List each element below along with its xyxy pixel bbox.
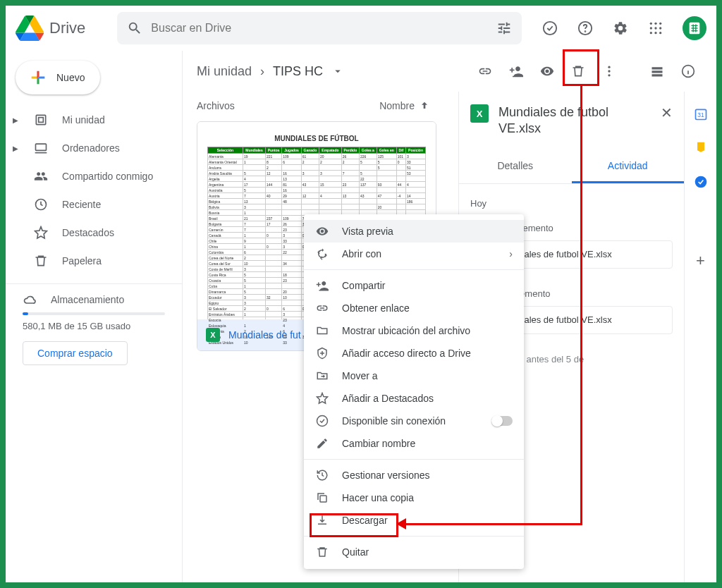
help-icon[interactable] bbox=[571, 14, 599, 42]
copy-icon bbox=[315, 491, 329, 504]
offline-toggle[interactable] bbox=[491, 416, 513, 426]
chevron-right-icon: ▶ bbox=[13, 116, 20, 124]
chevron-down-icon[interactable] bbox=[331, 65, 344, 78]
add-panel-icon[interactable]: + bbox=[692, 252, 709, 269]
svg-point-2 bbox=[585, 31, 586, 32]
header: Drive bbox=[6, 6, 716, 51]
ctx-move-to[interactable]: Mover a bbox=[304, 365, 524, 387]
buy-storage-button[interactable]: Comprar espacio bbox=[23, 341, 128, 365]
nav-shared[interactable]: Compartido conmigo bbox=[6, 162, 182, 190]
sort-control[interactable]: Nombre bbox=[379, 100, 430, 111]
svg-rect-18 bbox=[36, 115, 45, 124]
move-icon bbox=[315, 369, 329, 382]
calendar-icon[interactable]: 31 bbox=[692, 106, 709, 123]
new-button[interactable]: Nuevo bbox=[16, 61, 100, 94]
details-title: Mundiales de futbol VE.xlsx bbox=[498, 104, 651, 137]
close-details-button[interactable]: ✕ bbox=[661, 104, 673, 121]
breadcrumb-root[interactable]: Mi unidad bbox=[197, 64, 252, 79]
svg-point-24 bbox=[608, 74, 610, 76]
ctx-preview[interactable]: Vista previa bbox=[304, 220, 524, 243]
history-icon bbox=[315, 469, 329, 482]
share-button[interactable] bbox=[502, 57, 530, 85]
view-toggle-button[interactable] bbox=[643, 57, 671, 85]
preview-button[interactable] bbox=[533, 57, 561, 85]
people-icon bbox=[34, 169, 48, 183]
ctx-get-link[interactable]: Obtener enlace bbox=[304, 297, 524, 319]
search-icon bbox=[127, 20, 142, 36]
plus-icon bbox=[28, 68, 48, 87]
ctx-share[interactable]: Compartir bbox=[304, 274, 524, 297]
nav-recent[interactable]: Reciente bbox=[6, 190, 182, 219]
keep-icon[interactable] bbox=[692, 140, 709, 157]
ctx-offline[interactable]: Disponible sin conexión bbox=[304, 410, 524, 432]
ctx-show-location[interactable]: Mostrar ubicación del archivo bbox=[304, 319, 524, 342]
ctx-manage-versions[interactable]: Gestionar versiones bbox=[304, 464, 524, 486]
ctx-open-with[interactable]: Abrir con› bbox=[304, 243, 524, 265]
apps-icon[interactable] bbox=[642, 14, 670, 42]
breadcrumb-folder[interactable]: TIPS HC bbox=[273, 64, 323, 79]
svg-point-29 bbox=[317, 416, 328, 427]
get-link-button[interactable] bbox=[471, 57, 499, 85]
svg-point-7 bbox=[654, 27, 656, 29]
header-actions bbox=[536, 14, 706, 42]
svg-point-3 bbox=[650, 23, 652, 25]
ctx-remove[interactable]: Quitar bbox=[304, 541, 524, 563]
ctx-add-starred[interactable]: Añadir a Destacados bbox=[304, 387, 524, 410]
clock-icon bbox=[34, 197, 48, 212]
svg-point-11 bbox=[659, 32, 661, 34]
search-input[interactable] bbox=[151, 22, 496, 35]
svg-point-22 bbox=[608, 66, 610, 68]
shortcut-icon bbox=[315, 347, 329, 360]
trash-icon bbox=[315, 546, 329, 558]
chevron-right-icon: ▶ bbox=[13, 145, 20, 152]
delete-button[interactable] bbox=[564, 57, 592, 85]
nav-starred[interactable]: Destacados bbox=[6, 219, 182, 247]
drive-item-icon bbox=[34, 113, 48, 127]
storage-usage: 580,1 MB de 15 GB usado bbox=[23, 321, 165, 331]
activity-date: Hoy bbox=[470, 198, 673, 209]
search-options-icon[interactable] bbox=[496, 20, 512, 36]
nav-computers[interactable]: ▶Ordenadores bbox=[6, 134, 182, 162]
tasks-icon[interactable] bbox=[692, 173, 709, 190]
nav-trash[interactable]: Papelera bbox=[6, 247, 182, 275]
share-icon bbox=[315, 279, 329, 292]
tab-activity[interactable]: Actividad bbox=[572, 150, 685, 183]
offline-ready-icon[interactable] bbox=[536, 14, 564, 42]
cloud-icon bbox=[23, 293, 37, 307]
arrow-up-icon bbox=[419, 100, 430, 111]
account-avatar[interactable] bbox=[683, 16, 706, 40]
open-with-icon bbox=[315, 247, 329, 260]
nav-list: ▶Mi unidad ▶Ordenadores Compartido conmi… bbox=[6, 103, 182, 278]
pencil-icon bbox=[315, 437, 329, 450]
storage-bar bbox=[23, 312, 165, 315]
more-actions-button[interactable] bbox=[595, 57, 623, 85]
ctx-add-shortcut[interactable]: Añadir acceso directo a Drive bbox=[304, 342, 524, 365]
svg-point-4 bbox=[654, 23, 656, 25]
xlsx-icon: X bbox=[206, 328, 220, 342]
search-bar[interactable] bbox=[117, 12, 522, 44]
link-icon bbox=[315, 302, 329, 314]
svg-text:31: 31 bbox=[697, 111, 704, 118]
side-panel: 31 + bbox=[684, 92, 716, 582]
app-name: Drive bbox=[49, 19, 85, 37]
star-icon bbox=[315, 392, 329, 405]
ctx-make-copy[interactable]: Hacer una copia bbox=[304, 486, 524, 509]
computer-icon bbox=[34, 141, 48, 155]
settings-icon[interactable] bbox=[606, 14, 635, 42]
toolbar: Mi unidad › TIPS HC bbox=[183, 51, 716, 92]
nav-my-drive[interactable]: ▶Mi unidad bbox=[6, 106, 182, 134]
tab-details[interactable]: Detalles bbox=[459, 150, 572, 183]
svg-point-5 bbox=[659, 23, 661, 25]
breadcrumb: Mi unidad › TIPS HC bbox=[197, 64, 344, 79]
drive-logo-icon bbox=[16, 14, 44, 42]
svg-point-8 bbox=[659, 27, 661, 29]
svg-point-9 bbox=[650, 32, 652, 34]
chevron-right-icon: › bbox=[260, 64, 264, 79]
ctx-download[interactable]: Descargar bbox=[304, 509, 524, 532]
svg-point-23 bbox=[608, 70, 610, 72]
eye-icon bbox=[315, 225, 329, 238]
storage-label: Almacenamiento bbox=[51, 294, 124, 305]
info-button[interactable] bbox=[674, 57, 702, 85]
ctx-rename[interactable]: Cambiar nombre bbox=[304, 432, 524, 455]
logo[interactable]: Drive bbox=[16, 14, 85, 42]
